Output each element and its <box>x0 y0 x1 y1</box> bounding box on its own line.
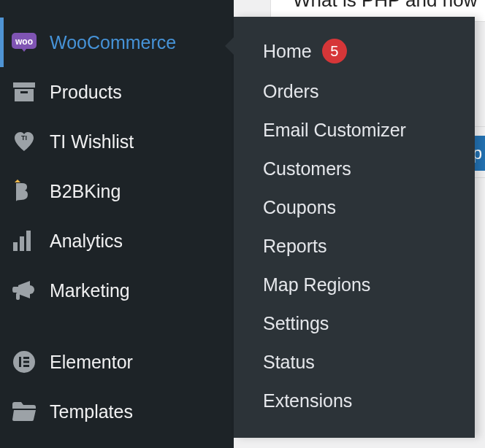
submenu-item-email-customizer[interactable]: Email Customizer <box>234 111 475 150</box>
submenu-item-status[interactable]: Status <box>234 343 475 382</box>
svg-rect-12 <box>19 357 21 367</box>
svg-rect-7 <box>20 236 24 251</box>
sidebar-item-b2bking[interactable]: B2BKing <box>0 166 234 216</box>
submenu-item-customers[interactable]: Customers <box>234 150 475 188</box>
submenu-item-orders[interactable]: Orders <box>234 72 475 111</box>
sidebar-item-analytics[interactable]: Analytics <box>0 216 234 266</box>
submenu-item-reports[interactable]: Reports <box>234 227 475 266</box>
svg-rect-14 <box>23 361 29 363</box>
woocommerce-submenu: Home 5 Orders Email Customizer Customers… <box>234 17 475 438</box>
sidebar-label: WooCommerce <box>50 32 176 53</box>
sidebar-label: Analytics <box>50 231 123 252</box>
sidebar-separator <box>0 315 234 337</box>
sidebar-item-woocommerce[interactable]: woo WooCommerce <box>0 18 234 67</box>
svg-rect-15 <box>23 365 29 367</box>
sidebar-label: Products <box>50 82 122 103</box>
admin-sidebar: woo WooCommerce Products TI TI Wishlist … <box>0 0 234 448</box>
submenu-item-coupons[interactable]: Coupons <box>234 188 475 227</box>
svg-rect-3 <box>15 89 34 101</box>
submenu-label: Home <box>263 41 312 62</box>
submenu-item-map-regions[interactable]: Map Regions <box>234 266 475 304</box>
submenu-item-extensions[interactable]: Extensions <box>234 382 475 420</box>
submenu-label: Reports <box>263 236 327 257</box>
elementor-icon <box>10 348 38 376</box>
sidebar-label: Templates <box>50 401 133 422</box>
heart-icon: TI <box>10 128 38 155</box>
notification-badge: 5 <box>322 39 347 63</box>
svg-rect-6 <box>13 242 18 251</box>
sidebar-item-marketing[interactable]: Marketing <box>0 266 234 315</box>
bar-chart-icon <box>10 227 38 255</box>
sidebar-item-products[interactable]: Products <box>0 67 234 117</box>
svg-rect-8 <box>26 231 31 251</box>
sidebar-label: Elementor <box>50 352 133 373</box>
submenu-label: Customers <box>263 158 351 179</box>
megaphone-icon <box>10 277 38 304</box>
submenu-label: Coupons <box>263 197 336 218</box>
sidebar-item-ti-wishlist[interactable]: TI TI Wishlist <box>0 117 234 166</box>
sidebar-item-elementor[interactable]: Elementor <box>0 337 234 387</box>
submenu-item-settings[interactable]: Settings <box>234 304 475 343</box>
woocommerce-icon: woo <box>10 28 38 56</box>
sidebar-label: TI Wishlist <box>50 131 134 152</box>
svg-point-9 <box>26 285 34 294</box>
submenu-label: Extensions <box>263 390 352 412</box>
submenu-label: Map Regions <box>263 274 370 296</box>
submenu-label: Status <box>263 352 315 373</box>
submenu-item-home[interactable]: Home 5 <box>234 30 475 72</box>
svg-text:TI: TI <box>21 134 27 142</box>
heading-text: What is PHP and how <box>293 0 477 12</box>
b2bking-icon <box>10 177 38 205</box>
svg-rect-4 <box>20 91 28 93</box>
svg-rect-2 <box>13 82 35 88</box>
svg-rect-10 <box>16 293 20 300</box>
archive-icon <box>10 78 38 106</box>
submenu-label: Settings <box>263 313 329 334</box>
sidebar-item-templates[interactable]: Templates <box>0 387 234 436</box>
submenu-label: Email Customizer <box>263 120 406 141</box>
sidebar-label: Marketing <box>50 280 130 301</box>
svg-text:woo: woo <box>15 36 33 47</box>
svg-rect-13 <box>23 357 29 359</box>
folder-icon <box>10 398 38 425</box>
submenu-label: Orders <box>263 81 318 102</box>
sidebar-label: B2BKing <box>50 181 121 202</box>
